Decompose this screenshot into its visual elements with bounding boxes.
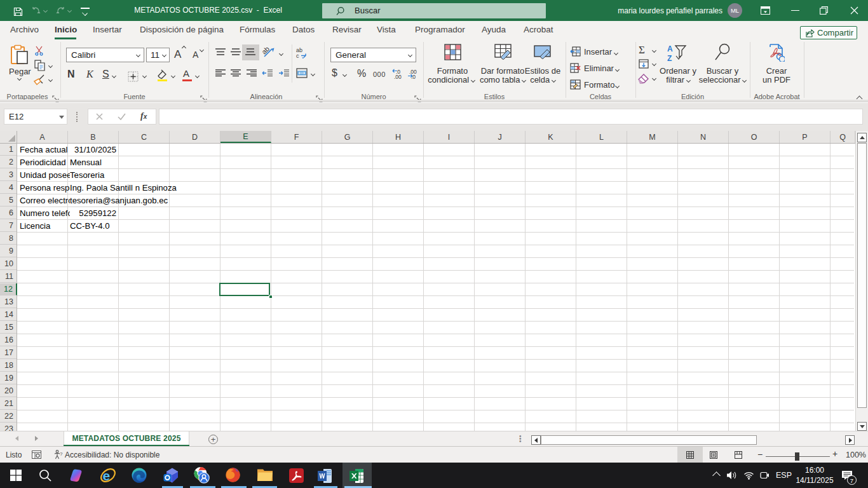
svg-text:A: A [667,44,673,53]
svg-text:e: e [103,468,111,483]
svg-text:ab: ab [262,46,271,56]
svg-text:.00: .00 [394,74,402,79]
svg-text:c: c [296,53,299,58]
svg-text:Z: Z [667,54,672,62]
svg-text:?: ? [60,451,63,457]
